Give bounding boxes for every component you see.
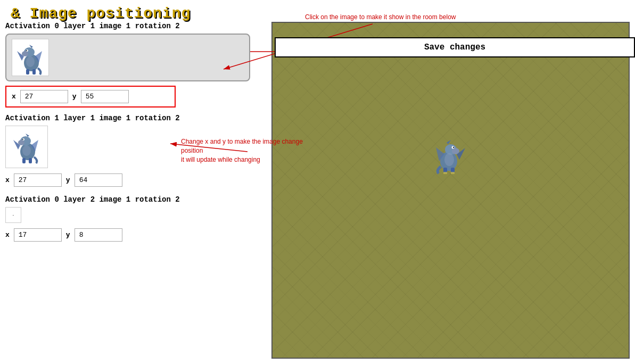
section-2-sprite-placeholder: · [12,213,15,218]
section-2-x-input[interactable] [14,228,62,242]
room-background [273,23,629,358]
section-1-y-label: y [66,176,70,184]
section-0-x-label: x [12,93,16,101]
svg-point-32 [444,153,454,166]
section-2-xy-row: x y [5,226,266,244]
section-1-sprite-box[interactable] [5,126,48,168]
section-1-title: Activation 1 layer 1 image 1 rotation 2 [5,114,266,122]
section-2-title: Activation 0 layer 2 image 1 rotation 2 [5,195,266,204]
svg-point-4 [26,50,27,51]
section-1-x-input[interactable] [14,173,62,187]
section-0-sprite-box [12,39,49,76]
section-0-y-input[interactable] [81,90,129,103]
room-dragon-svg [432,135,467,175]
svg-rect-20 [29,158,32,163]
svg-point-10 [26,56,35,67]
room-dragon-sprite [432,135,467,181]
section-1-x-label: x [5,176,10,184]
left-panel: Activation 0 layer 1 image 1 rotation 2 [5,22,266,359]
section-1-xy-row: x y [5,171,266,189]
section-2-x-label: x [5,231,10,239]
section-2-sprite-box[interactable]: · [5,207,21,223]
svg-marker-27 [447,140,451,144]
section-2-block: Activation 0 layer 2 image 1 rotation 2 … [5,195,266,244]
section-0-title: Activation 0 layer 1 image 1 rotation 2 [5,22,266,30]
main-layout: Activation 0 layer 1 image 1 rotation 2 [0,22,635,364]
section-0-y-label: y [72,93,77,101]
svg-rect-19 [22,158,26,163]
section-2-y-label: y [66,231,70,239]
section-0-image-card[interactable] [5,34,250,81]
section-2-y-input[interactable] [75,228,122,242]
section-1-y-input[interactable] [75,173,122,187]
page-title: & Image positioning [0,0,635,22]
section-1-block: Activation 1 layer 1 image 1 rotation 2 [5,114,266,189]
section-0-sprite [14,40,46,75]
svg-rect-8 [26,69,29,75]
page: & Image positioning Activation 0 layer 1… [0,0,635,364]
section-0-xy-row: x y [5,86,176,107]
svg-point-21 [22,145,31,156]
save-button[interactable]: Save changes [275,37,635,57]
room-preview [271,22,630,359]
svg-rect-9 [32,69,36,75]
section-1-sprite [11,128,43,166]
svg-point-15 [22,139,23,140]
svg-point-26 [453,147,454,148]
section-0-x-input[interactable] [20,90,68,103]
svg-rect-33 [451,172,455,174]
svg-rect-34 [443,172,447,174]
